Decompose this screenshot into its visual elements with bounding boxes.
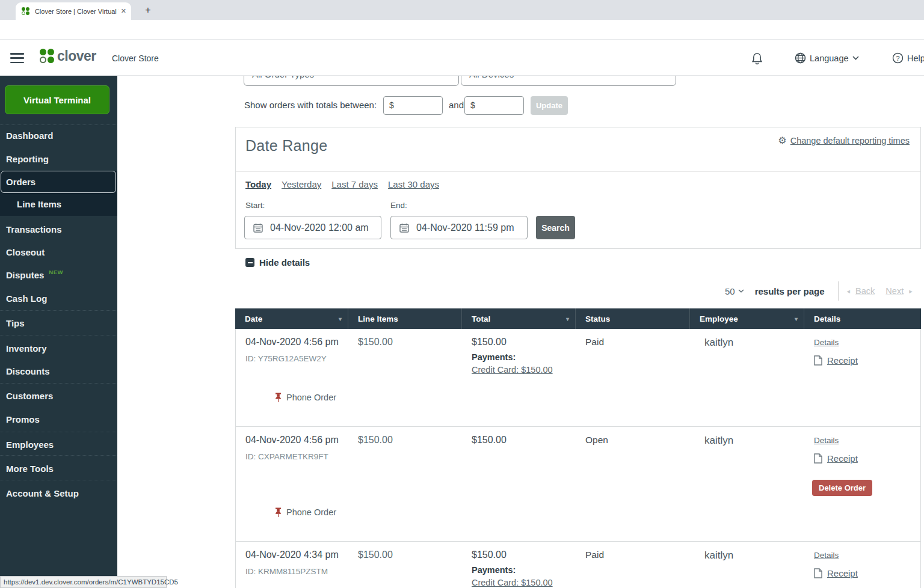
collapse-icon: [245, 258, 254, 267]
devices-select[interactable]: All Devices: [461, 76, 676, 86]
details-link[interactable]: Details: [814, 338, 839, 347]
preset-today[interactable]: Today: [245, 179, 271, 189]
sidebar: Virtual Terminal Dashboard Reporting Ord…: [0, 76, 117, 588]
pagination-divider: [838, 281, 839, 301]
order-total: $150.00: [472, 435, 571, 446]
start-date-value: 04-Nov-2020 12:00 am: [270, 222, 369, 233]
end-date-input[interactable]: 04-Nov-2020 11:59 pm: [390, 216, 528, 239]
sidebar-item-transactions[interactable]: Transactions: [0, 218, 117, 240]
new-tab-button[interactable]: +: [142, 4, 154, 16]
order-date: 04-Nov-2020 4:34 pm: [245, 550, 343, 560]
sidebar-item-more-tools[interactable]: More Tools: [0, 457, 117, 480]
order-status: Paid: [585, 550, 604, 560]
merchant-name: Clover Store: [112, 54, 159, 63]
line-items-total: $150.00: [358, 337, 393, 347]
column-header-line-items: Line Items: [348, 308, 462, 329]
receipt-link[interactable]: Receipt: [827, 453, 858, 464]
sidebar-item-disputes[interactable]: Disputes NEW: [0, 263, 117, 286]
change-default-reporting[interactable]: ⚙ Change default reporting times: [778, 135, 910, 146]
page-size-select[interactable]: 50: [725, 286, 744, 296]
gear-icon: ⚙: [778, 135, 786, 146]
receipt-link[interactable]: Receipt: [827, 355, 858, 366]
min-total-input[interactable]: $: [383, 96, 443, 115]
details-link[interactable]: Details: [814, 551, 839, 560]
preset-last-30-days[interactable]: Last 30 days: [388, 179, 439, 189]
tab-close-icon[interactable]: ✕: [121, 7, 126, 15]
main-content: All Order Types All Devices Show orders …: [117, 76, 924, 588]
line-items-total: $150.00: [358, 550, 393, 560]
sidebar-item-account-setup[interactable]: Account & Setup: [0, 482, 117, 504]
table-row: 04-Nov-2020 4:56 pm ID: CXPARMETKR9FT Ph…: [236, 427, 920, 542]
max-total-input[interactable]: $: [464, 96, 524, 115]
sidebar-divider: [0, 455, 117, 456]
results-per-page-label: results per page: [755, 286, 825, 296]
sort-icon[interactable]: ▾: [566, 316, 569, 322]
update-button[interactable]: Update: [531, 96, 568, 115]
clover-logo[interactable]: clover: [40, 48, 96, 64]
column-header-employee[interactable]: Employee▾: [690, 308, 804, 329]
orders-table: Date▾ Line Items Total▾ Status Employee▾…: [235, 308, 921, 588]
sidebar-divider: [0, 383, 117, 384]
order-types-select[interactable]: All Order Types: [244, 76, 459, 86]
column-header-status: Status: [576, 308, 690, 329]
help-icon: ?: [892, 52, 904, 64]
order-date: 04-Nov-2020 4:56 pm: [245, 337, 343, 348]
sidebar-item-customers[interactable]: Customers: [0, 384, 117, 407]
browser-tab[interactable]: Clover Store | Clover Virtual Te ✕: [16, 2, 131, 20]
notifications-button[interactable]: [751, 52, 763, 65]
browser-tab-strip: Clover Store | Clover Virtual Te ✕ +: [0, 0, 924, 20]
help-button[interactable]: ? Help: [892, 52, 924, 64]
sidebar-item-cash-log[interactable]: Cash Log: [0, 287, 117, 310]
hide-details-toggle[interactable]: Hide details: [245, 257, 310, 268]
chevron-down-icon: [852, 56, 859, 60]
status-bar-link-preview: https://dev1.dev.clover.com/orders/m/C1Y…: [0, 576, 167, 588]
pushpin-icon: [274, 393, 282, 402]
column-header-details: Details: [804, 308, 921, 329]
and-label: and: [449, 100, 464, 110]
order-id: ID: CXPARMETKR9FT: [245, 452, 343, 461]
sidebar-item-inventory[interactable]: Inventory: [0, 337, 117, 360]
svg-text:?: ?: [896, 55, 899, 62]
order-employee: kaitlyn: [690, 542, 804, 588]
receipt-link[interactable]: Receipt: [827, 568, 858, 578]
clover-logo-text: clover: [57, 48, 96, 64]
back-button[interactable]: Back: [855, 286, 875, 296]
menu-icon[interactable]: [10, 53, 24, 63]
sidebar-item-dashboard[interactable]: Dashboard: [0, 124, 117, 147]
payment-link[interactable]: Credit Card: $150.00: [472, 365, 553, 375]
sidebar-item-orders[interactable]: Orders: [0, 170, 117, 193]
preset-yesterday[interactable]: Yesterday: [282, 179, 321, 189]
sidebar-item-closeout[interactable]: Closeout: [0, 240, 117, 263]
column-header-date[interactable]: Date▾: [235, 308, 348, 329]
next-button[interactable]: Next: [886, 286, 904, 296]
sidebar-item-discounts[interactable]: Discounts: [0, 360, 117, 382]
sidebar-item-promos[interactable]: Promos: [0, 408, 117, 430]
payment-link[interactable]: Credit Card: $150.00: [472, 578, 553, 587]
sidebar-item-employees[interactable]: Employees: [0, 433, 117, 456]
help-label: Help: [907, 54, 924, 63]
phone-order-tag: Phone Order: [274, 507, 336, 517]
tab-title: Clover Store | Clover Virtual Te: [35, 8, 119, 15]
sidebar-item-line-items[interactable]: Line Items: [0, 192, 117, 215]
sort-icon[interactable]: ▾: [795, 316, 798, 322]
change-default-reporting-link[interactable]: Change default reporting times: [790, 136, 910, 145]
sidebar-item-reporting[interactable]: Reporting: [0, 147, 117, 170]
virtual-terminal-button[interactable]: Virtual Terminal: [5, 85, 109, 114]
end-label: End:: [390, 201, 407, 210]
start-date-input[interactable]: 04-Nov-2020 12:00 am: [244, 216, 381, 239]
search-button[interactable]: Search: [536, 216, 575, 239]
sort-icon[interactable]: ▾: [339, 316, 342, 322]
details-link[interactable]: Details: [814, 436, 839, 445]
calendar-icon: [253, 223, 263, 233]
date-range-panel: Date Range ⚙ Change default reporting ti…: [235, 127, 921, 249]
sidebar-item-tips[interactable]: Tips: [0, 311, 117, 334]
delete-order-button[interactable]: Delete Order: [812, 480, 872, 496]
sidebar-divider: [0, 310, 117, 311]
preset-last-7-days[interactable]: Last 7 days: [331, 179, 378, 189]
language-selector[interactable]: Language: [795, 52, 859, 64]
order-status: Paid: [585, 337, 604, 347]
receipt-icon: [814, 568, 822, 578]
column-header-total[interactable]: Total▾: [462, 308, 576, 329]
sidebar-divider: [0, 432, 117, 432]
hide-details-label: Hide details: [259, 257, 310, 268]
